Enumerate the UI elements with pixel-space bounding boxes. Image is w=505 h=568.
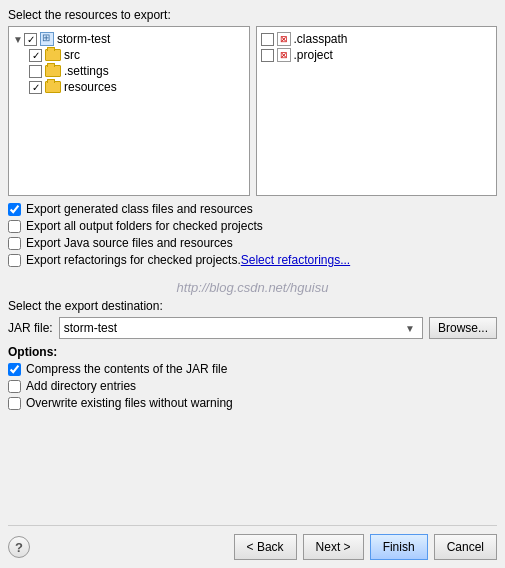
jar-options-section: Options: Compress the contents of the JA…	[8, 345, 497, 413]
classpath-label: .classpath	[294, 32, 348, 46]
src-checkbox[interactable]	[29, 49, 42, 62]
tree-panels: ▼ storm-test src .settings	[8, 26, 497, 196]
resources-label: resources	[64, 80, 117, 94]
src-folder-icon	[45, 49, 61, 61]
export-opt-3-checkbox[interactable]	[8, 237, 21, 250]
project-label: .project	[294, 48, 333, 62]
overwrite-row: Overwrite existing files without warning	[8, 396, 497, 410]
tree-item-src[interactable]: src	[29, 47, 245, 63]
jar-file-combo[interactable]: storm-test ▼	[59, 317, 423, 339]
root-checkbox[interactable]	[24, 33, 37, 46]
settings-checkbox[interactable]	[29, 65, 42, 78]
dialog: Select the resources to export: ▼ storm-…	[0, 0, 505, 568]
export-opt-4-row: Export refactorings for checked projects…	[8, 253, 497, 267]
export-opt-4-label: Export refactorings for checked projects…	[26, 253, 241, 267]
select-refactorings-link[interactable]: Select refactorings...	[241, 253, 350, 267]
export-opt-1-checkbox[interactable]	[8, 203, 21, 216]
compress-row: Compress the contents of the JAR file	[8, 362, 497, 376]
settings-label: .settings	[64, 64, 109, 78]
back-button[interactable]: < Back	[234, 534, 297, 560]
export-opt-1-label: Export generated class files and resourc…	[26, 202, 253, 216]
export-opt-2-label: Export all output folders for checked pr…	[26, 219, 263, 233]
overwrite-label: Overwrite existing files without warning	[26, 396, 233, 410]
jar-file-label: JAR file:	[8, 321, 53, 335]
project-file-icon: ⊠	[277, 48, 291, 62]
tree-item-classpath[interactable]: ⊠ .classpath	[261, 31, 493, 47]
src-label: src	[64, 48, 80, 62]
destination-label: Select the export destination:	[8, 299, 497, 313]
directory-label: Add directory entries	[26, 379, 136, 393]
classpath-checkbox[interactable]	[261, 33, 274, 46]
export-opt-3-row: Export Java source files and resources	[8, 236, 497, 250]
tree-children: src .settings resources	[13, 47, 245, 95]
destination-section: Select the export destination: JAR file:…	[8, 299, 497, 339]
right-tree-panel[interactable]: ⊠ .classpath ⊠ .project	[256, 26, 498, 196]
tree-item-project[interactable]: ⊠ .project	[261, 47, 493, 63]
project-file-checkbox[interactable]	[261, 49, 274, 62]
jar-file-value: storm-test	[64, 321, 402, 335]
export-opt-2-checkbox[interactable]	[8, 220, 21, 233]
resources-checkbox[interactable]	[29, 81, 42, 94]
root-label: storm-test	[57, 32, 110, 46]
export-options-section: Export generated class files and resourc…	[8, 202, 497, 270]
export-opt-2-row: Export all output folders for checked pr…	[8, 219, 497, 233]
export-opt-1-row: Export generated class files and resourc…	[8, 202, 497, 216]
directory-row: Add directory entries	[8, 379, 497, 393]
destination-row: JAR file: storm-test ▼ Browse...	[8, 317, 497, 339]
browse-button[interactable]: Browse...	[429, 317, 497, 339]
export-opt-3-label: Export Java source files and resources	[26, 236, 233, 250]
left-tree-panel[interactable]: ▼ storm-test src .settings	[8, 26, 250, 196]
settings-folder-icon	[45, 65, 61, 77]
bottom-bar: ? < Back Next > Finish Cancel	[8, 525, 497, 560]
options-label: Options:	[8, 345, 497, 359]
tree-item-resources[interactable]: resources	[29, 79, 245, 95]
help-button[interactable]: ?	[8, 536, 30, 558]
select-resources-label: Select the resources to export:	[8, 8, 497, 22]
export-opt-4-checkbox[interactable]	[8, 254, 21, 267]
expand-arrow: ▼	[13, 34, 23, 45]
classpath-file-icon: ⊠	[277, 32, 291, 46]
project-icon	[40, 32, 54, 46]
compress-label: Compress the contents of the JAR file	[26, 362, 227, 376]
resources-folder-icon	[45, 81, 61, 93]
compress-checkbox[interactable]	[8, 363, 21, 376]
finish-button[interactable]: Finish	[370, 534, 428, 560]
watermark: http://blog.csdn.net/hguisu	[8, 280, 497, 295]
tree-item-settings[interactable]: .settings	[29, 63, 245, 79]
next-button[interactable]: Next >	[303, 534, 364, 560]
directory-checkbox[interactable]	[8, 380, 21, 393]
combo-arrow-icon: ▼	[402, 323, 418, 334]
tree-root[interactable]: ▼ storm-test	[13, 31, 245, 47]
cancel-button[interactable]: Cancel	[434, 534, 497, 560]
overwrite-checkbox[interactable]	[8, 397, 21, 410]
nav-buttons: < Back Next > Finish Cancel	[234, 534, 497, 560]
